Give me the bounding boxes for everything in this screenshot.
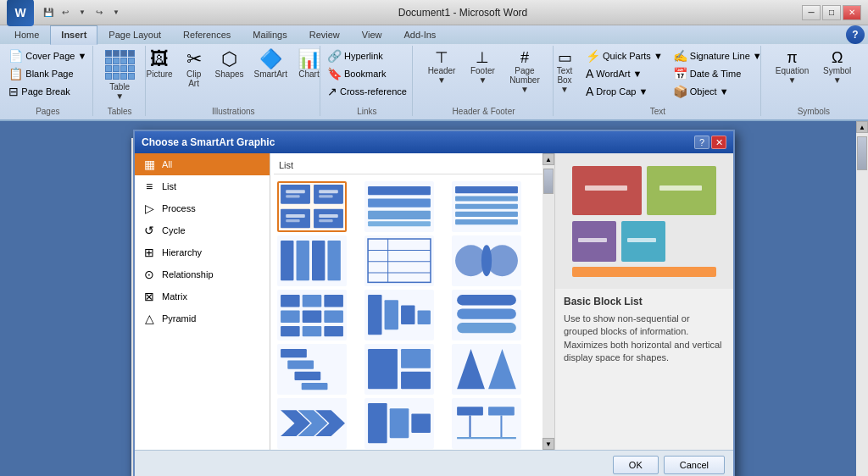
dialog-help-btn[interactable]: ? [694, 136, 709, 149]
svg-rect-23 [312, 241, 325, 280]
graphic-13[interactable] [277, 398, 347, 449]
category-process[interactable]: ▷ Process [135, 197, 270, 219]
cycle-icon: ↺ [142, 224, 157, 237]
picture-btn[interactable]: 🖼 Picture [142, 47, 176, 81]
clipart-btn[interactable]: ✂ ClipArt [179, 47, 209, 91]
close-button[interactable]: ✕ [843, 5, 861, 20]
tab-insert[interactable]: Insert [50, 25, 97, 45]
qa-customize-btn[interactable]: ▼ [108, 5, 124, 20]
svg-marker-57 [488, 349, 516, 389]
tab-references[interactable]: References [172, 25, 242, 44]
tab-review[interactable]: Review [298, 25, 351, 44]
table-btn[interactable]: Table ▼ [101, 47, 139, 103]
graphic-9[interactable] [452, 290, 521, 340]
graphic-4[interactable] [277, 235, 347, 286]
signatureline-btn[interactable]: ✍ Signature Line ▼ [669, 47, 766, 64]
undo-quick-btn[interactable]: ↩ [58, 5, 73, 20]
tab-mailings[interactable]: Mailings [242, 25, 298, 44]
gscroll-down[interactable]: ▼ [542, 438, 554, 450]
pagenumber-btn[interactable]: # PageNumber ▼ [504, 47, 546, 97]
gscroll-thumb[interactable] [543, 169, 554, 194]
category-cycle-label: Cycle [162, 225, 186, 235]
dropcap-icon: A [586, 85, 593, 98]
shapes-btn[interactable]: ⬡ Shapes [211, 47, 248, 81]
smartart-btn[interactable]: 🔷 SmartArt [250, 47, 292, 81]
graphic-2[interactable] [364, 181, 434, 232]
category-list[interactable]: ≡ List [135, 175, 270, 197]
svg-rect-61 [368, 403, 387, 443]
category-hierarchy[interactable]: ⊞ Hierarchy [135, 241, 270, 263]
preview-panel: Basic Block List Use to show non-sequent… [555, 153, 733, 450]
blank-page-btn[interactable]: 📋 Blank Page [4, 65, 77, 82]
svg-rect-51 [294, 372, 320, 380]
ok-button[interactable]: OK [613, 456, 659, 474]
footer-btn[interactable]: ⊥ Footer ▼ [464, 47, 502, 87]
header-btn[interactable]: ⊤ Header ▼ [421, 47, 462, 87]
svg-rect-35 [324, 295, 343, 307]
cancel-button[interactable]: Cancel [664, 456, 725, 474]
dialog-close-btn[interactable]: ✕ [711, 136, 726, 149]
gscroll-up[interactable]: ▲ [542, 153, 554, 165]
graphic-12[interactable] [452, 344, 521, 395]
graphic-basic-block-list[interactable] [277, 181, 347, 232]
quick-access-toolbar: 💾 ↩ ▼ ↪ ▼ [41, 5, 124, 20]
graphic-12-svg [453, 346, 520, 392]
tab-pagelayout[interactable]: Page Layout [97, 25, 172, 44]
wordart-btn[interactable]: A WordArt ▼ [581, 65, 667, 82]
graphic-11[interactable] [364, 344, 434, 395]
svg-rect-55 [401, 372, 431, 390]
category-relationship[interactable]: ⊙ Relationship [135, 263, 270, 285]
graphics-grid [274, 178, 551, 450]
tab-view[interactable]: View [351, 25, 393, 44]
bookmark-btn[interactable]: 🔖 Bookmark [323, 65, 391, 82]
equation-btn[interactable]: π Equation ▼ [770, 47, 815, 87]
page-break-btn[interactable]: ⊟ Page Break [4, 83, 74, 100]
minimize-button[interactable]: ─ [802, 5, 821, 20]
graphic-6[interactable] [452, 235, 521, 286]
graphic-15[interactable] [452, 398, 521, 449]
undo-dropdown-btn[interactable]: ▼ [75, 5, 90, 20]
graphic-7[interactable] [277, 290, 347, 340]
svg-rect-4 [286, 191, 305, 194]
list-icon: ≡ [142, 180, 157, 193]
maximize-button[interactable]: □ [822, 5, 841, 20]
save-quick-btn[interactable]: 💾 [41, 5, 56, 20]
help-button[interactable]: ? [846, 25, 865, 44]
tab-addins[interactable]: Add-Ins [392, 25, 447, 44]
textbox-btn[interactable]: ▭ TextBox ▼ [549, 47, 580, 97]
datetime-btn[interactable]: 📅 Date & Time [669, 65, 766, 82]
symbol-btn[interactable]: Ω Symbol ▼ [816, 47, 858, 87]
graphics-scrollbar[interactable]: ▲ ▼ [542, 153, 554, 450]
graphic-14[interactable] [364, 398, 434, 449]
graphic-3[interactable] [452, 181, 521, 232]
category-pyramid[interactable]: △ Pyramid [135, 307, 270, 329]
redo-quick-btn[interactable]: ↪ [92, 5, 107, 20]
group-header-footer: ⊤ Header ▼ ⊥ Footer ▼ # PageNumber ▼ Hea… [415, 46, 554, 116]
graphic-8[interactable] [364, 290, 434, 340]
object-btn[interactable]: 📦 Object ▼ [669, 83, 766, 100]
datetime-icon: 📅 [673, 67, 687, 80]
category-process-label: Process [162, 203, 196, 213]
dialog-controls: ? ✕ [694, 136, 726, 149]
tab-home[interactable]: Home [3, 25, 50, 44]
svg-rect-43 [385, 301, 398, 330]
cover-page-btn[interactable]: 📄 Cover Page ▼ [4, 47, 91, 64]
graphic-5[interactable] [364, 235, 434, 286]
category-all[interactable]: ▦ All [135, 153, 270, 175]
graphic-11-svg [366, 346, 432, 392]
svg-rect-1 [314, 185, 343, 204]
graphic-10[interactable] [277, 344, 347, 395]
gscroll-track[interactable] [542, 165, 554, 438]
ribbon-content: 📄 Cover Page ▼ 📋 Blank Page ⊟ Page Break… [0, 44, 868, 119]
category-cycle[interactable]: ↺ Cycle [135, 219, 270, 241]
crossref-btn[interactable]: ↗ Cross-reference [323, 83, 411, 100]
hyperlink-btn[interactable]: 🔗 Hyperlink [323, 47, 387, 64]
svg-rect-52 [302, 383, 328, 390]
smartart-icon: 🔷 [259, 50, 282, 69]
category-list-label: List [162, 181, 176, 191]
cover-page-icon: 📄 [8, 49, 23, 63]
chart-btn[interactable]: 📊 Chart [293, 47, 325, 81]
quickparts-btn[interactable]: ⚡ Quick Parts ▼ [581, 47, 667, 64]
category-matrix[interactable]: ⊠ Matrix [135, 285, 270, 307]
dropcap-btn[interactable]: A Drop Cap ▼ [581, 83, 667, 100]
